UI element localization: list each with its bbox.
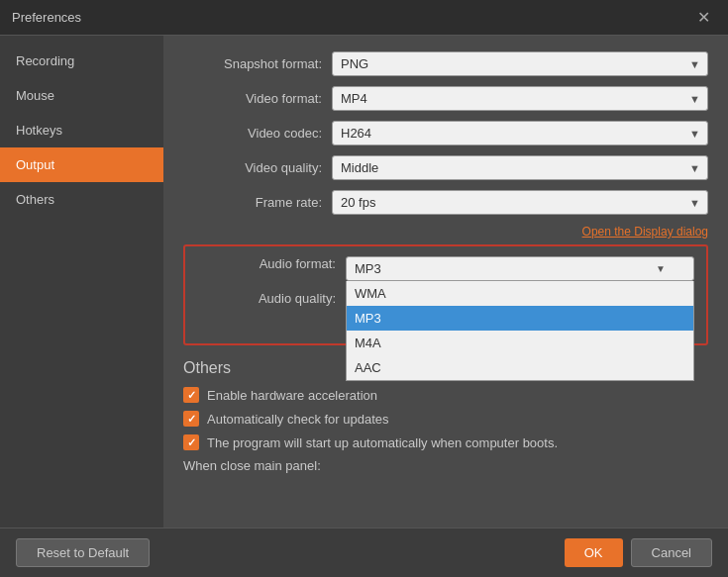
video-quality-select[interactable]: Middle xyxy=(332,155,708,180)
sidebar-item-output[interactable]: Output xyxy=(0,147,163,182)
right-buttons: OK Cancel xyxy=(565,538,712,567)
video-format-select[interactable]: MP4 xyxy=(332,86,708,111)
when-close-row: When close main panel: xyxy=(183,458,708,473)
video-quality-wrapper: Middle ▼ xyxy=(332,155,708,180)
sidebar-item-mouse[interactable]: Mouse xyxy=(0,78,163,113)
sidebar-item-recording[interactable]: Recording xyxy=(0,44,163,78)
video-format-row: Video format: MP4 ▼ xyxy=(183,86,708,111)
audio-option-mp3[interactable]: MP3 xyxy=(347,306,693,331)
audio-format-row: Audio format: MP3 ▼ WMA MP3 M4A AAC xyxy=(197,256,694,281)
audio-format-trigger[interactable]: MP3 ▼ xyxy=(346,256,694,281)
sidebar: Recording Mouse Hotkeys Output Others xyxy=(0,36,163,528)
frame-rate-select[interactable]: 20 fps xyxy=(332,190,708,215)
video-codec-select[interactable]: H264 xyxy=(332,121,708,145)
bottom-bar: Reset to Default OK Cancel xyxy=(0,528,728,577)
audio-format-options: WMA MP3 M4A AAC xyxy=(346,281,694,381)
snapshot-format-label: Snapshot format: xyxy=(183,56,322,71)
frame-rate-wrapper: 20 fps ▼ xyxy=(332,190,708,215)
audio-option-m4a[interactable]: M4A xyxy=(347,331,693,355)
audio-format-value: MP3 xyxy=(355,261,381,276)
snapshot-format-row: Snapshot format: PNG ▼ xyxy=(183,51,708,76)
when-close-label: When close main panel: xyxy=(183,458,321,473)
checkbox-updates-label: Automatically check for updates xyxy=(207,412,389,427)
ok-button[interactable]: OK xyxy=(565,538,623,567)
audio-format-dropdown-container: MP3 ▼ WMA MP3 M4A AAC xyxy=(346,256,694,281)
video-quality-row: Video quality: Middle ▼ xyxy=(183,155,708,180)
video-codec-wrapper: H264 ▼ xyxy=(332,121,708,145)
snapshot-format-select[interactable]: PNG xyxy=(332,51,708,76)
sidebar-item-others[interactable]: Others xyxy=(0,182,163,217)
sidebar-item-hotkeys[interactable]: Hotkeys xyxy=(0,113,163,147)
checkbox-updates[interactable] xyxy=(183,411,199,427)
frame-rate-row: Frame rate: 20 fps ▼ xyxy=(183,190,708,215)
audio-format-chevron-icon: ▼ xyxy=(656,263,666,274)
video-quality-label: Video quality: xyxy=(183,160,322,175)
checkbox-autostart-label: The program will start up automatically … xyxy=(207,435,558,450)
checkbox-autostart-row: The program will start up automatically … xyxy=(183,434,708,450)
video-codec-row: Video codec: H264 ▼ xyxy=(183,121,708,145)
cancel-button[interactable]: Cancel xyxy=(631,538,712,567)
open-display-link[interactable]: Open the Display dialog xyxy=(183,225,708,239)
main-content: Recording Mouse Hotkeys Output Others Sn… xyxy=(0,36,728,528)
audio-option-wma[interactable]: WMA xyxy=(347,281,693,306)
preferences-dialog: Preferences ✕ Recording Mouse Hotkeys Ou… xyxy=(0,0,728,577)
audio-option-aac[interactable]: AAC xyxy=(347,355,693,380)
audio-section: Audio format: MP3 ▼ WMA MP3 M4A AAC xyxy=(183,244,708,345)
video-format-label: Video format: xyxy=(183,91,322,106)
content-area: Snapshot format: PNG ▼ Video format: MP4… xyxy=(163,36,728,528)
audio-format-label: Audio format: xyxy=(197,256,336,271)
close-button[interactable]: ✕ xyxy=(691,6,716,29)
snapshot-format-wrapper: PNG ▼ xyxy=(332,51,708,76)
checkbox-hardware-row: Enable hardware acceleration xyxy=(183,387,708,403)
video-codec-label: Video codec: xyxy=(183,126,322,141)
video-format-wrapper: MP4 ▼ xyxy=(332,86,708,111)
checkbox-updates-row: Automatically check for updates xyxy=(183,411,708,427)
checkbox-hardware[interactable] xyxy=(183,387,199,403)
title-bar: Preferences ✕ xyxy=(0,0,728,36)
checkbox-hardware-label: Enable hardware acceleration xyxy=(207,388,377,403)
dialog-title: Preferences xyxy=(12,10,81,25)
frame-rate-label: Frame rate: xyxy=(183,195,322,210)
checkbox-autostart[interactable] xyxy=(183,434,199,450)
audio-quality-label: Audio quality: xyxy=(197,291,336,306)
reset-button[interactable]: Reset to Default xyxy=(16,538,150,567)
